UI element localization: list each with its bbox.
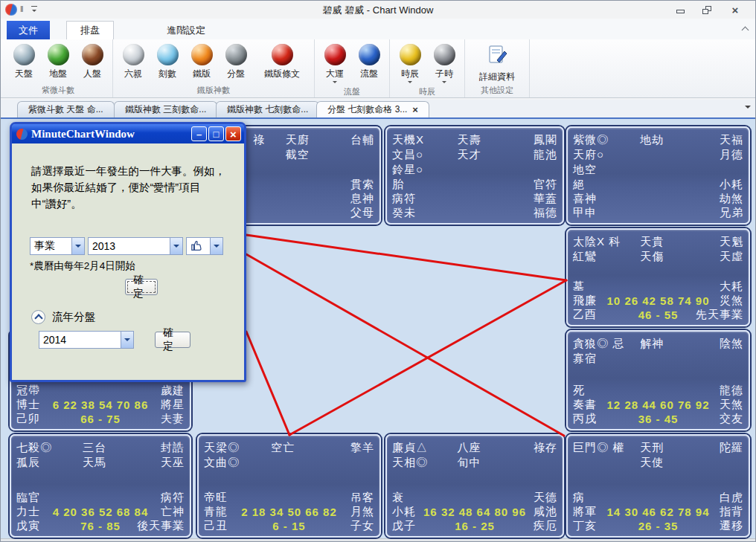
stars-left: 七殺◎孤辰 [16,440,52,470]
stars-right: 天福月德 [720,132,743,162]
palace-label: 己卯 [16,411,40,425]
star-name: 陰煞 [720,336,743,351]
category-select[interactable]: 事業 [30,237,85,255]
chart-area: MinuteChartWindow – □ × 請選擇最近一年發生的一件大事。例… [1,117,756,538]
minimize-button[interactable] [669,2,691,17]
file-menu-button[interactable]: 文件 [7,21,50,39]
doc-tab-label: 鐵版神數 三刻數命... [125,103,206,116]
ribbon-button-鐵版[interactable]: 鐵版 [185,41,219,80]
age-numbers: 4 20 36 52 68 84 [53,506,149,518]
stars-left: 廉貞△天相◎ [392,440,428,470]
stars-left: 紫微◎天府○地空 [573,132,609,177]
ribbon-button-流盤[interactable]: 流盤 [352,41,386,80]
ribbon-button-row: 天盤地盤人盤 [7,41,109,84]
palace-label: 後天事業 [137,518,185,532]
ribbon-button-label: 大運 [326,68,344,80]
dialog-maximize-button[interactable]: □ [208,126,224,141]
ribbon-button-時辰[interactable]: 時辰 [393,41,427,86]
palace-label: 將軍 [573,504,597,518]
chevron-down-icon[interactable] [121,332,133,348]
palace-cell[interactable]: 巨門◎ 權天刑天使陀羅病將軍丁亥白虎指背遷移14 30 46 62 78 942… [566,434,750,538]
doc-tab-label: 紫微斗數 天盤 命... [28,103,103,116]
ribbon-group: 大運流盤流盤 [315,39,390,97]
doc-tab-1[interactable]: 鐵版神數 三刻數命... [114,101,217,117]
palace-cell[interactable]: 貪狼◎ 忌寡宿解神陰煞死奏書丙戌龍德天煞交友12 28 44 60 76 923… [566,330,750,430]
decade-range: 26 - 35 [638,520,679,532]
ribbon-tab-advanced[interactable]: 進階設定 [153,21,219,39]
ribbon-collapse-icon[interactable] [742,25,749,33]
dialog-close-button[interactable]: × [225,126,241,141]
doc-tab-2[interactable]: 鐵版神數 七刻數命... [216,101,319,117]
sphere-silver-icon [13,44,35,65]
ribbon-button-row: 大運流盤 [318,41,386,86]
star-name: 祿 [253,132,265,147]
star-name: 天馬 [83,455,106,470]
ribbon-button-天盤[interactable]: 天盤 [7,41,41,80]
ribbon-tab-paipan[interactable]: 排盘 [66,21,114,39]
palace-label: 將星 [161,397,185,411]
stars-mid: 天壽天才 [457,132,481,162]
palace-bottom-right: 吊客月煞子女 [350,490,374,532]
dialog-title-bar[interactable]: MinuteChartWindow – □ × [12,124,244,143]
palace-label: 死 [573,383,597,397]
ribbon-tab-row: 文件 排盘 進階設定 [1,19,755,39]
palace-label: 交友 [720,411,743,425]
palace-label: 官符 [534,177,557,191]
ribbon-button-刻數[interactable]: 刻數 [150,41,185,80]
palace-label: 夫妻 [161,411,185,425]
star-name: 太陰X 科 [573,234,621,249]
restore-button[interactable] [696,2,718,17]
ribbon-button-六親[interactable]: 六親 [116,41,150,80]
palace-label: 福德 [534,205,557,219]
palace-label: 病符 [137,490,185,504]
star-name: 廉貞△ [392,440,428,455]
palace-cell[interactable]: 七殺◎孤辰三台天馬封誥天巫臨官力士戊寅病符亡神後天事業4 20 36 52 68… [10,434,191,538]
confirm-button[interactable]: 確定 [125,279,158,295]
ribbon-button-label: 六親 [124,68,142,80]
tab-overflow-icon[interactable] [745,106,751,112]
age-numbers: 12 28 44 60 76 92 [607,399,710,411]
ribbon-button-label: 天盤 [15,68,33,80]
star-name: 封誥 [161,440,185,455]
palace-cell[interactable]: 天梁◎文曲◎空亡擎羊帝旺青龍己丑吊客月煞子女2 18 34 50 66 826 … [197,434,381,538]
doc-tab-0[interactable]: 紫微斗數 天盤 命... [17,101,115,117]
star-name: 龍池 [534,147,557,162]
palace-bottom-left: 死奏書丙戌 [573,383,597,425]
star-name: 貪狼◎ 忌 [573,336,624,351]
sphere-green-icon [48,44,69,65]
palace-label: 冠帶 [16,383,40,397]
doc-tab-label: 分盤 七刻數命格 3... [327,103,407,116]
tab-close-icon[interactable]: × [412,104,418,115]
dialog-minimize-button[interactable]: – [191,126,207,141]
app-window: ‖ 碧威 碧威 - Chart Window × 文件 排盘 進階設定 天盤地盤… [0,0,756,542]
chevron-down-icon[interactable] [71,238,84,254]
star-name: 文曲◎ [204,455,240,470]
chevron-up-circle-icon[interactable] [31,310,45,324]
ribbon-button-地盤[interactable]: 地盤 [41,41,75,80]
annual-year-select[interactable]: 2014 [39,331,134,349]
palace-label: 大耗 [696,279,743,293]
calendar-note: *農曆由每年2月4日開始 [30,259,135,273]
ribbon-button-子時[interactable]: 子時 [427,41,461,86]
like-select[interactable] [186,237,223,255]
palace-cell[interactable]: 天機X文昌○鈴星○天壽天才鳳閣龍池胎病符癸未官符華蓋福德 [385,126,564,225]
ribbon-button-詳細資料[interactable]: 詳細資料 [468,41,526,83]
annual-confirm-button[interactable]: 確定 [155,332,190,348]
stars-left: 天梁◎文曲◎ [204,440,240,470]
palace-cell[interactable]: 紫微◎天府○地空地劫天福月德絕喜神甲申小耗劫煞兄弟 [566,126,750,225]
doc-tab-3[interactable]: 分盤 七刻數命格 3...× [316,101,429,117]
palace-cell[interactable]: 廉貞△天相◎八座旬中祿存衰小耗戊子天德咸池疾厄16 32 48 64 80 96… [385,434,564,538]
chevron-down-icon[interactable] [210,238,222,254]
ribbon-button-大運[interactable]: 大運 [318,41,352,86]
year-select[interactable]: 2013 [88,237,183,255]
palace-cell[interactable]: 太陰X 科紅鸞天貴天傷天魁天虛墓飛廉乙酉大耗災煞先天事業10 26 42 58 … [566,228,750,326]
ribbon-button-鐵版條文[interactable]: 鐵版條文 [253,41,311,80]
palace-label: 歲建 [161,383,185,397]
close-button[interactable]: × [724,2,746,17]
palace-label: 癸未 [392,205,416,219]
palace-label: 吊客 [350,490,374,504]
ribbon-button-分盤[interactable]: 分盤 [219,41,253,80]
chevron-down-icon[interactable] [170,238,182,254]
sphere-darkred-icon [272,44,293,65]
ribbon-button-人盤[interactable]: 人盤 [75,41,109,80]
